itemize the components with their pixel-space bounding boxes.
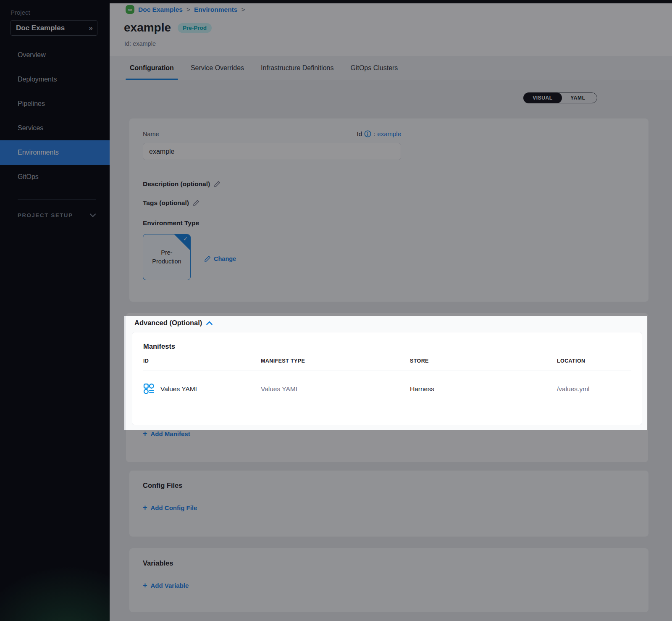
sidebar-item-overview[interactable]: Overview [0,43,110,67]
tab-bar: Configuration Service Overrides Infrastr… [110,56,672,80]
tags-label: Tags (optional) [143,199,189,207]
top-strip [110,0,672,3]
main-content: Configuration Service Overrides Infrastr… [110,0,672,621]
project-name: Doc Examples [16,24,65,32]
breadcrumb-separator: > [241,6,245,13]
tab-gitops-clusters[interactable]: GitOps Clusters [349,56,399,80]
manifest-location-value: /values.yml [557,385,631,393]
manifest-type-value: Values YAML [261,385,410,393]
env-type-card-label: Pre-Production [147,248,186,266]
tab-configuration[interactable]: Configuration [129,56,175,80]
name-input[interactable] [143,143,401,160]
id-value-link[interactable]: example [377,130,401,137]
id-label: Id [357,130,362,137]
view-mode-toggle: VISUAL YAML [523,92,597,103]
variables-card: Variables + Add Variable [129,548,648,612]
environment-type-label: Environment Type [143,219,199,227]
plus-icon: + [143,504,147,511]
sidebar-item-pipelines[interactable]: Pipelines [0,92,110,116]
project-setup-toggle[interactable]: PROJECT SETUP [18,209,96,221]
manifest-id-value: Values YAML [160,385,199,393]
sidebar-nav: Overview Deployments Pipelines Services … [0,43,110,189]
sidebar-item-environments[interactable]: Environments [0,140,110,165]
id-separator: : [373,130,375,137]
advanced-title: Advanced (Optional) [134,319,202,327]
plus-icon: + [143,430,147,437]
column-manifest-type: MANIFEST TYPE [261,358,410,364]
manifests-table-header: ID MANIFEST TYPE STORE LOCATION [143,358,631,371]
tab-infrastructure-definitions[interactable]: Infrastructure Definitions [260,56,334,80]
variables-heading: Variables [143,559,635,567]
add-variable-button[interactable]: + Add Variable [143,582,189,589]
values-yaml-manifest-icon [143,383,155,395]
environment-icon: ∞ [126,5,134,14]
env-type-card-preproduction[interactable]: ✓ Pre-Production [143,234,191,280]
breadcrumb-separator: > [186,6,190,13]
environment-details-card: Name Id : example Description (optional)… [129,118,648,302]
pencil-icon [204,255,211,262]
column-id: ID [143,358,261,364]
chevron-up-icon [206,321,213,325]
edit-tags-icon[interactable] [193,200,200,206]
sidebar-item-services[interactable]: Services [0,116,110,140]
manifests-card: Manifests ID MANIFEST TYPE STORE LOCATIO… [132,332,642,425]
plus-icon: + [143,582,147,589]
manifests-heading: Manifests [143,342,631,350]
change-env-type-link[interactable]: Change [204,255,236,262]
edit-description-icon[interactable] [214,181,220,187]
breadcrumb-environments-link[interactable]: Environments [194,6,237,13]
sidebar: Project Doc Examples » Overview Deployme… [0,0,110,621]
info-icon[interactable] [364,130,371,137]
column-location: LOCATION [557,358,631,364]
breadcrumb-project-link[interactable]: Doc Examples [138,6,183,13]
add-config-file-button[interactable]: + Add Config File [143,504,197,511]
project-selector[interactable]: Doc Examples » [10,20,97,36]
manifest-store-value: Harness [410,385,557,393]
manifest-table-row[interactable]: Values YAML Values YAML Harness /values.… [143,371,631,407]
column-store: STORE [410,358,557,364]
advanced-collapse-toggle[interactable]: Advanced (Optional) [126,313,648,327]
chevron-down-icon [90,213,96,217]
add-manifest-button[interactable]: + Add Manifest [143,430,190,437]
page-title: example [124,21,171,34]
project-setup-label: PROJECT SETUP [18,212,73,218]
sidebar-item-deployments[interactable]: Deployments [0,67,110,92]
name-label: Name [143,131,159,137]
env-type-badge: Pre-Prod [178,23,212,33]
sidebar-divider [18,199,96,200]
description-label: Description (optional) [143,180,210,188]
tab-service-overrides[interactable]: Service Overrides [190,56,245,80]
check-icon: ✓ [183,235,188,243]
advanced-section: Advanced (Optional) Manifests ID MANIFES… [126,313,648,462]
config-files-card: Config Files + Add Config File [129,471,648,537]
expand-sidebar-icon[interactable]: » [89,24,92,32]
visual-toggle-button[interactable]: VISUAL [523,92,562,103]
entity-id: Id: example [124,40,156,47]
sidebar-item-gitops[interactable]: GitOps [0,165,110,189]
config-files-heading: Config Files [143,482,635,489]
app-window: Project Doc Examples » Overview Deployme… [0,0,672,621]
breadcrumb: ∞ Doc Examples > Environments > [126,5,245,14]
project-label: Project [10,9,30,16]
